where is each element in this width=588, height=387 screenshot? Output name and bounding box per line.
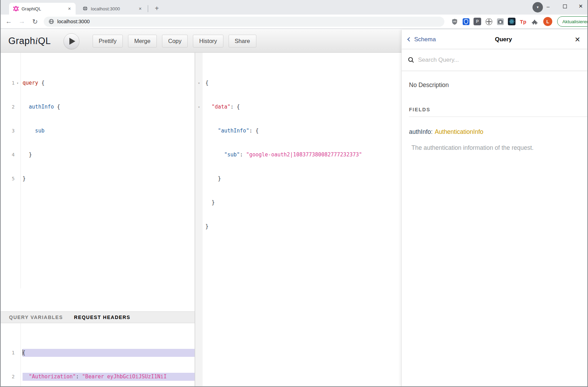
profile-avatar[interactable]: L (543, 17, 552, 26)
doc-back-label: Schema (414, 36, 436, 43)
doc-body: No Description FIELDS authInfo:Authentic… (402, 71, 587, 152)
graphiql-favicon-icon (13, 6, 19, 11)
doc-back-link[interactable]: Schema (408, 36, 436, 43)
extensions-area: UO P (451, 18, 538, 25)
fold-arrow-icon[interactable]: ▾ (198, 103, 200, 111)
bitwarden-shield-icon[interactable] (462, 18, 470, 25)
tab-title: GraphiQL (22, 6, 63, 11)
secondary-editor-tabbar: QUERY VARIABLES REQUEST HEADERS (1, 311, 195, 323)
back-button[interactable]: ← (3, 16, 14, 27)
window-maximize-button[interactable] (557, 0, 573, 12)
window-close-button[interactable]: ✕ (573, 0, 588, 12)
chevron-down-icon: ▼ (536, 6, 539, 9)
doc-close-icon[interactable]: ✕ (574, 35, 580, 44)
svg-text:UO: UO (453, 20, 456, 23)
doc-search-row (402, 49, 587, 71)
p-extension-icon[interactable]: P (474, 18, 481, 25)
globe-icon (83, 6, 88, 11)
query-editor[interactable]: 1▾ 2 3 4 5 query { authInfo { sub } } (1, 53, 195, 289)
camera-icon[interactable] (496, 18, 504, 25)
new-tab-button[interactable]: + (152, 3, 162, 13)
doc-search-input[interactable] (418, 57, 557, 63)
ublock-shield-icon[interactable]: UO (451, 18, 458, 25)
window-minimize-button[interactable]: – (540, 0, 556, 12)
query-code[interactable]: query { authInfo { sub } } (21, 53, 195, 289)
graphiql-logo: GraphiQL (8, 36, 51, 46)
fold-arrow-icon[interactable]: ▾ (15, 79, 20, 87)
tab-graphiql[interactable]: GraphiQL ✕ (9, 3, 76, 15)
no-description-text: No Description (409, 81, 587, 89)
doc-explorer-panel: Schema Query ✕ No Description FIELDS aut… (401, 30, 587, 387)
doc-title: Query (436, 36, 571, 43)
headers-code[interactable]: { "Authorization": "Bearer eyJhbGciOiJSU… (21, 323, 195, 387)
address-bar[interactable]: localhost:3000 (44, 17, 444, 27)
field-row: authInfo:AuthenticationInfo (409, 128, 587, 136)
forward-button[interactable]: → (17, 16, 27, 27)
prettify-button[interactable]: Prettify (93, 35, 123, 48)
history-button[interactable]: History (193, 35, 223, 48)
url-text: localhost:3000 (57, 19, 90, 24)
tp-extension-icon[interactable]: Tp (519, 18, 527, 25)
tab-close-icon[interactable]: ✕ (67, 6, 72, 11)
left-column: 1▾ 2 3 4 5 query { authInfo { sub } } QU… (1, 53, 195, 387)
doc-explorer-header: Schema Query ✕ (402, 30, 587, 49)
field-name-link[interactable]: authInfo (409, 128, 431, 135)
merge-button[interactable]: Merge (128, 35, 157, 48)
tab-request-headers[interactable]: REQUEST HEADERS (74, 315, 130, 320)
browser-toolbar: ← → ↻ localhost:3000 UO P (1, 15, 587, 29)
reload-button[interactable]: ↻ (30, 16, 40, 27)
share-button[interactable]: Share (229, 35, 256, 48)
query-editor-gutter: 1▾ 2 3 4 5 (1, 53, 21, 289)
chevron-left-icon (407, 37, 412, 42)
result-json: { "data": { "authInfo": { "sub": "google… (203, 53, 401, 387)
maximize-icon (563, 5, 567, 8)
move-crosshair-icon[interactable] (485, 18, 493, 25)
request-headers-editor[interactable]: 1 2 3 { "Authorization": "Bearer eyJhbGc… (1, 323, 195, 387)
fields-heading: FIELDS (409, 107, 587, 117)
react-devtools-icon[interactable] (508, 18, 515, 25)
result-fold-gutter: ▾ ▾ (195, 53, 203, 387)
graphiql-app: GraphiQL Prettify Merge Copy History Sha… (1, 30, 587, 387)
play-icon (69, 38, 75, 45)
site-info-globe-icon[interactable] (49, 19, 54, 24)
execute-query-button[interactable] (63, 33, 79, 49)
graphiql-toolbar: GraphiQL Prettify Merge Copy History Sha… (1, 30, 401, 53)
copy-button[interactable]: Copy (162, 35, 188, 48)
tab-query-variables[interactable]: QUERY VARIABLES (9, 315, 63, 320)
tab-localhost[interactable]: localhost:3000 ✕ (78, 3, 146, 15)
tab-separator (148, 5, 148, 12)
tab-close-icon[interactable]: ✕ (137, 6, 143, 11)
update-label: Aktualisieren (562, 19, 588, 24)
search-icon (408, 57, 414, 63)
field-description: The authentication information of the re… (409, 144, 587, 152)
type-name-link[interactable]: AuthenticationInfo (435, 128, 483, 135)
headers-editor-gutter: 1 2 3 (1, 323, 21, 387)
update-chrome-button[interactable]: Aktualisieren ⋮ (557, 16, 588, 27)
tab-title: localhost:3000 (91, 6, 134, 11)
browser-tab-strip: GraphiQL ✕ localhost:3000 ✕ + ▼ – ✕ (1, 0, 587, 15)
extensions-puzzle-icon[interactable] (531, 18, 538, 25)
fold-arrow-icon[interactable]: ▾ (198, 79, 200, 87)
result-pane: ▾ ▾ { "data": { "authInfo": { "sub": "go… (195, 53, 401, 387)
